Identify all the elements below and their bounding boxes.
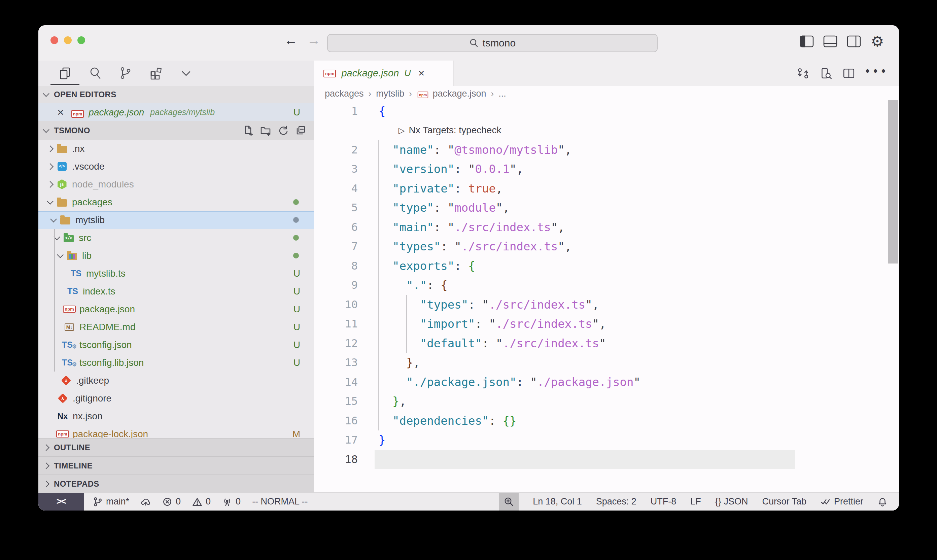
status-item-warning[interactable]: 0 [192, 496, 211, 507]
code-line-2[interactable]: 2 "name": "@tsmono/mytslib", [314, 140, 899, 160]
tree-item-label: node_modules [72, 179, 134, 190]
history-forward-icon[interactable]: → [307, 33, 320, 48]
tree-item-lib[interactable]: lib [38, 247, 314, 265]
source-control-icon[interactable] [118, 66, 133, 81]
code-line-7[interactable]: 7 "types": "./src/index.ts", [314, 237, 899, 257]
code-line-17[interactable]: 17} [314, 431, 899, 450]
status-item-broadcast[interactable]: 0 [222, 496, 241, 507]
status-item-lf[interactable]: LF [690, 496, 701, 507]
close-editor-icon[interactable]: × [57, 106, 64, 119]
search-editor-icon[interactable] [820, 67, 832, 80]
code-line-4[interactable]: 4 "private": true, [314, 179, 899, 198]
collapse-all-icon[interactable] [295, 125, 306, 136]
layout-sidebar-right-icon[interactable] [846, 33, 862, 49]
section-outline[interactable]: OUTLINE [38, 438, 314, 456]
layout-sidebar-left-icon[interactable] [799, 33, 815, 49]
minimize-window-button[interactable] [64, 36, 72, 44]
code-line-12[interactable]: 12 "default": "./src/index.ts" [314, 334, 899, 353]
history-back-icon[interactable]: ← [284, 33, 297, 48]
close-window-button[interactable] [51, 36, 58, 44]
code-editor[interactable]: 1{▷Nx Targets: typecheck2 "name": "@tsmo… [314, 101, 899, 469]
close-tab-icon[interactable]: × [418, 67, 425, 79]
code-line-8[interactable]: 8 "exports": { [314, 256, 899, 275]
status-item--json[interactable]: {} JSON [715, 496, 748, 507]
code-line-3[interactable]: 3 "version": "0.0.1", [314, 160, 899, 179]
status-item-prettier[interactable]: Prettier [820, 496, 863, 507]
tree-item-node-modules[interactable]: jsnode_modules [38, 175, 314, 193]
new-folder-icon[interactable] [260, 125, 271, 136]
git-file-icon: Y [60, 377, 72, 384]
git-status-badge: M [292, 429, 300, 440]
code-line-11[interactable]: 11 "import": "./src/index.ts", [314, 314, 899, 334]
open-editors-header[interactable]: OPEN EDITORS [38, 86, 314, 103]
ts-gear-file-icon: TS⚙ [63, 340, 75, 350]
status-item-utf-8[interactable]: UTF-8 [651, 496, 677, 507]
breadcrumb-item[interactable]: packages [325, 89, 364, 99]
tree-item--gitkeep[interactable]: Y.gitkeep [38, 372, 314, 389]
git-status-badge: U [294, 286, 300, 297]
tree-item-nx-json[interactable]: Nxnx.json [38, 407, 314, 425]
status-item-branch[interactable]: main* [92, 496, 129, 507]
split-editor-icon[interactable] [842, 67, 855, 80]
code-line-6[interactable]: 6 "main": "./src/index.ts", [314, 217, 899, 237]
breadcrumb-item[interactable]: ... [499, 89, 506, 99]
tree-item-index-ts[interactable]: TSindex.tsU [38, 282, 314, 300]
breadcrumb-item[interactable]: mytslib [376, 89, 404, 99]
layout-panel-icon[interactable] [822, 33, 839, 49]
line-number: 6 [314, 221, 358, 234]
extensions-icon[interactable] [148, 66, 163, 81]
status-item-cloud-upload[interactable] [141, 497, 151, 507]
tree-item-package-json[interactable]: npmpackage.jsonU [38, 300, 314, 318]
code-line-14[interactable]: 14 "./package.json": "./package.json" [314, 372, 899, 392]
tab-package-json[interactable]: npm package.json U × [314, 61, 454, 86]
tree-item-mytslib[interactable]: mytslib [38, 211, 314, 229]
editor-scrollbar[interactable] [888, 100, 898, 263]
refresh-icon[interactable] [277, 125, 289, 136]
run-icon[interactable]: ▷ [398, 126, 405, 135]
status-item-error[interactable]: 0 [162, 496, 181, 507]
section-notepads[interactable]: NOTEPADS [38, 474, 314, 493]
tree-item-packages[interactable]: packages [38, 193, 314, 211]
status-item-cursor-tab[interactable]: Cursor Tab [762, 496, 806, 507]
status-item-spaces-2[interactable]: Spaces: 2 [596, 496, 637, 507]
open-changes-icon[interactable] [797, 67, 809, 80]
code-line-10[interactable]: 10 "types": "./src/index.ts", [314, 295, 899, 314]
git-status-badge: U [294, 357, 300, 368]
section-timeline[interactable]: TIMELINE [38, 456, 314, 474]
npm-file-icon: npm [57, 431, 69, 437]
tree-item-tsconfig-lib-json[interactable]: TS⚙tsconfig.lib.jsonU [38, 354, 314, 372]
new-file-icon[interactable] [242, 125, 254, 136]
status-item--normal-[interactable]: -- NORMAL -- [252, 496, 308, 507]
code-line-1[interactable]: 1{ [314, 101, 899, 121]
breadcrumb-item[interactable]: npmpackage.json [417, 89, 486, 99]
code-line-9[interactable]: 9 ".": { [314, 275, 899, 295]
explorer-icon[interactable] [57, 66, 73, 81]
more-actions-icon[interactable]: • • • [865, 71, 887, 76]
code-line-18[interactable]: 18 [314, 449, 899, 469]
zoom-window-button[interactable] [77, 36, 85, 44]
project-section-header[interactable]: TSMONO [38, 121, 314, 140]
chevron-down-icon[interactable] [178, 66, 194, 81]
tree-item--nx[interactable]: .nx [38, 140, 314, 157]
tree-item-tsconfig-json[interactable]: TS⚙tsconfig.jsonU [38, 336, 314, 354]
settings-gear-icon[interactable]: ⚙ [869, 33, 886, 49]
code-line-15[interactable]: 15 }, [314, 392, 899, 411]
tree-item-src[interactable]: src [38, 229, 314, 247]
tree-item-mytslib-ts[interactable]: TSmytslib.tsU [38, 265, 314, 282]
code-line-5[interactable]: 5 "type": "module", [314, 198, 899, 218]
status-item-ln-18-col-1[interactable]: Ln 18, Col 1 [533, 496, 582, 507]
open-editor-entry[interactable]: × npm package.json packages/mytslib U [38, 103, 314, 121]
remote-indicator[interactable]: >< [38, 493, 84, 511]
code-line-16[interactable]: 16 "dependencies": {} [314, 411, 899, 431]
code-line-13[interactable]: 13 }, [314, 353, 899, 372]
command-center-search[interactable]: tsmono [327, 34, 658, 52]
lib-file-icon [66, 251, 78, 260]
codelens-nx-targets[interactable]: ▷Nx Targets: typecheck [314, 121, 899, 140]
status-item-bell[interactable] [877, 497, 888, 507]
search-icon[interactable] [88, 66, 103, 81]
tree-item--vscode[interactable]: </>.vscode [38, 157, 314, 175]
bell-icon [877, 497, 888, 507]
zoom-button[interactable] [499, 493, 519, 511]
tree-item-readme-md[interactable]: M↓README.mdU [38, 318, 314, 336]
tree-item--gitignore[interactable]: Y.gitignore [38, 389, 314, 407]
